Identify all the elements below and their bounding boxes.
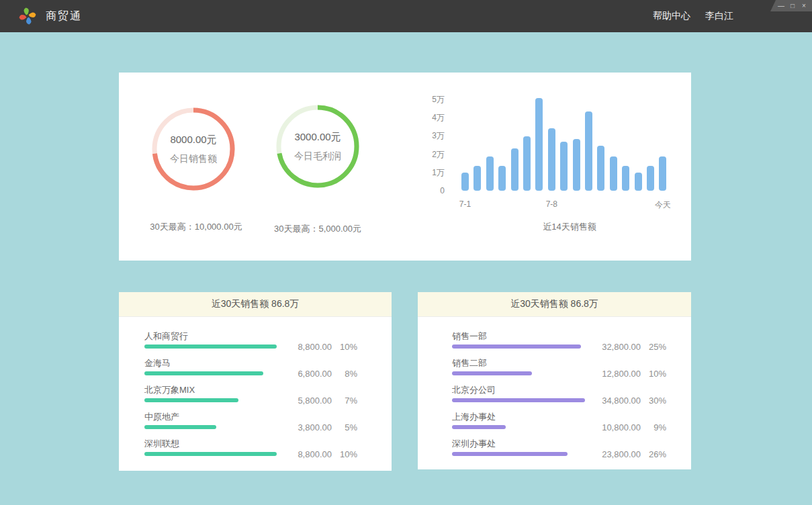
bar-day-9 [560, 142, 568, 191]
rank-item-values: 32,800.0025% [586, 342, 666, 352]
bar-day-11 [585, 111, 592, 191]
rank-item-percent: 26% [641, 449, 666, 459]
bar-day-17 [659, 156, 666, 191]
bar-day-3 [486, 156, 494, 191]
rank-item-label: 销售二部 [452, 357, 487, 369]
rank-item-percent: 10% [332, 449, 357, 459]
rank-item-values: 10,800.009% [586, 422, 666, 432]
bar-day-1 [461, 173, 469, 191]
bar-day-14 [622, 166, 629, 191]
rank-item-label: 人和商贸行 [144, 330, 188, 342]
rank-item-amount: 12,800.00 [586, 369, 641, 379]
rank-item-bar [452, 398, 585, 402]
list-item: 销售一部32,800.0025% [452, 328, 666, 355]
x-axis-label: 7-1 [459, 199, 471, 209]
maximize-icon[interactable]: □ [789, 3, 796, 9]
dept-rank-list: 销售一部32,800.0025%销售二部12,800.0010%北京分公司34,… [418, 317, 691, 463]
rank-item-values: 8,800.0010% [277, 449, 357, 459]
rank-item-percent: 5% [332, 422, 357, 432]
rank-item-label: 深圳办事处 [452, 438, 496, 450]
rank-item-label: 金海马 [144, 357, 171, 369]
today-sales-donut: 8000.00元 今日销售额 [150, 105, 237, 193]
bar-chart-y-axis: 5万4万3万2万1万0 [414, 73, 445, 193]
x-axis-label: 7-8 [546, 199, 557, 209]
list-item: 深圳联想8,800.0010% [144, 436, 357, 463]
today-profit-value: 3000.00元 [294, 131, 341, 144]
rank-item-amount: 5,800.00 [277, 396, 332, 406]
rank-item-values: 5,800.007% [277, 396, 357, 406]
rank-item-label: 上海办事处 [452, 411, 496, 423]
y-axis-tick: 4万 [432, 112, 445, 124]
titlebar: 商贸通 帮助中心 李白江 — □ × [0, 0, 812, 32]
rank-item-label: 深圳联想 [144, 438, 179, 450]
sales-30d-max-caption: 30天最高：10,000.00元 [150, 221, 242, 233]
y-axis-tick: 1万 [432, 167, 445, 179]
bar-day-5 [511, 148, 518, 191]
rank-item-bar [452, 371, 532, 375]
rank-item-label: 北京分公司 [452, 384, 496, 396]
dept-rank-card: 近30天销售额 86.8万 销售一部32,800.0025%销售二部12,800… [418, 292, 691, 469]
rank-item-values: 34,800.0030% [586, 396, 666, 406]
rank-item-percent: 8% [332, 369, 357, 379]
list-item: 深圳办事处23,800.0026% [452, 436, 666, 463]
rank-item-amount: 10,800.00 [586, 422, 641, 432]
sales-14d-bar-chart: 7-17-8今天 近14天销售额 [461, 73, 678, 234]
close-icon[interactable]: × [801, 3, 807, 9]
bar-day-6 [523, 136, 531, 191]
rank-item-values: 6,800.008% [277, 369, 357, 379]
bar-day-4 [498, 166, 506, 191]
rank-item-amount: 6,800.00 [277, 369, 332, 379]
rank-item-bar [452, 452, 568, 456]
rank-item-values: 12,800.0010% [586, 369, 666, 379]
list-item: 北京分公司34,800.0030% [452, 382, 666, 409]
rank-item-label: 北京万象MIX [144, 384, 195, 396]
app-logo-pinwheel-icon [18, 7, 37, 26]
customer-rank-list: 人和商贸行8,800.0010%金海马6,800.008%北京万象MIX5,80… [119, 317, 392, 463]
help-center-link[interactable]: 帮助中心 [653, 10, 690, 22]
rank-item-percent: 25% [641, 342, 666, 352]
username-link[interactable]: 李白江 [705, 10, 733, 22]
y-axis-tick: 5万 [432, 94, 445, 105]
list-item: 中原地产3,800.005% [144, 409, 357, 436]
x-axis-label: 今天 [655, 199, 671, 211]
bar-day-16 [647, 166, 654, 191]
bar-chart-x-axis: 7-17-8今天 [461, 199, 678, 209]
rank-item-bar [144, 345, 277, 349]
app-title: 商贸通 [46, 9, 82, 24]
profit-30d-max-caption: 30天最高：5,000.00元 [274, 223, 361, 235]
today-profit-label: 今日毛利润 [294, 150, 341, 163]
y-axis-tick: 2万 [432, 149, 445, 160]
bar-chart-plot [461, 73, 678, 191]
rank-item-bar [144, 452, 277, 456]
rank-item-bar [452, 425, 506, 429]
minimize-icon[interactable]: — [778, 3, 784, 9]
rank-item-amount: 34,800.00 [586, 396, 641, 406]
customer-rank-header: 近30天销售额 86.8万 [119, 292, 392, 317]
rank-item-percent: 10% [332, 342, 357, 352]
bar-day-13 [610, 156, 617, 191]
list-item: 销售二部12,800.0010% [452, 355, 666, 382]
customer-rank-card: 近30天销售额 86.8万 人和商贸行8,800.0010%金海马6,800.0… [119, 292, 392, 471]
rank-item-bar [144, 398, 238, 402]
today-sales-value: 8000.00元 [170, 134, 216, 146]
rank-item-percent: 9% [641, 422, 666, 432]
rank-item-bar [144, 425, 216, 429]
rank-item-values: 23,800.0026% [586, 449, 666, 459]
today-sales-label: 今日销售额 [170, 153, 217, 165]
list-item: 人和商贸行8,800.0010% [144, 328, 357, 355]
rank-item-amount: 32,800.00 [586, 342, 641, 352]
dept-rank-header: 近30天销售额 86.8万 [418, 292, 691, 317]
bar-day-2 [473, 166, 481, 191]
rank-item-amount: 23,800.00 [586, 449, 641, 459]
today-profit-donut: 3000.00元 今日毛利润 [274, 103, 361, 190]
rank-item-values: 3,800.005% [277, 422, 357, 432]
list-item: 金海马6,800.008% [144, 355, 357, 382]
bar-day-8 [548, 128, 555, 191]
rank-item-label: 中原地产 [144, 411, 179, 423]
rank-item-amount: 8,800.00 [277, 342, 332, 352]
bar-day-12 [597, 146, 604, 191]
rank-item-bar [452, 345, 581, 349]
rank-item-values: 8,800.0010% [277, 342, 357, 352]
bar-day-10 [573, 139, 580, 191]
rank-item-amount: 3,800.00 [277, 422, 332, 432]
